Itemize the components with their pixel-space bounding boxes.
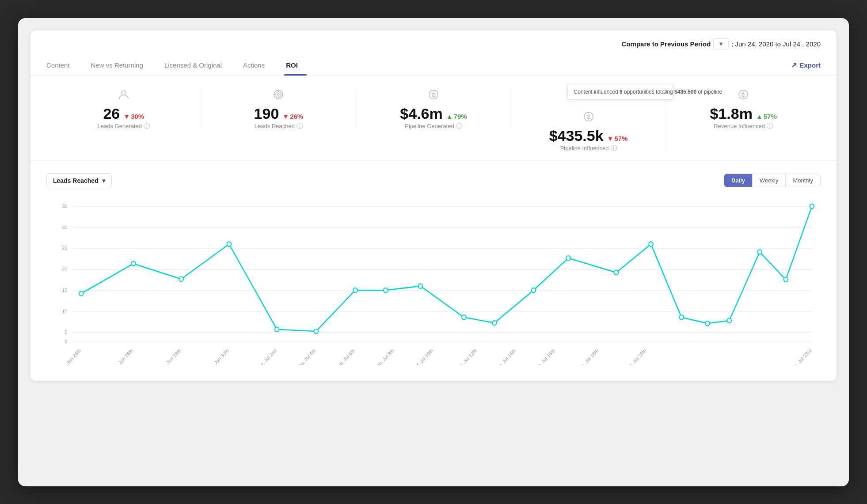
compare-date: : Jun 24, 2020 to Jul 24 , 2020 — [731, 40, 821, 48]
x-label: Sun, Jun 30th — [205, 348, 229, 365]
tab-content[interactable]: Content — [46, 55, 79, 75]
outer-frame: Compare to Previous Period ▼ : Jun 24, 2… — [18, 18, 849, 486]
chart-dot — [275, 327, 279, 332]
pipeline-influenced-value: $435.5k — [549, 128, 604, 143]
dropdown-chevron: ▾ — [102, 177, 105, 184]
svg-text:15: 15 — [62, 287, 67, 292]
metric-leads-reached: 190 ▼ 26% Leads Reached i — [202, 88, 357, 129]
svg-text:20: 20 — [62, 266, 67, 272]
tab-actions[interactable]: Actions — [241, 55, 274, 75]
metric-pipeline-influenced: Content influenced 8 opportunities total… — [511, 88, 666, 152]
time-monthly[interactable]: Monthly — [786, 174, 820, 187]
revenue-influenced-value: $1.8m — [710, 106, 753, 121]
leads-generated-value: 26 — [103, 106, 120, 121]
chart-dot — [705, 321, 710, 326]
time-weekly[interactable]: Weekly — [753, 174, 786, 187]
leads-reached-info[interactable]: i — [297, 123, 303, 129]
x-label: Thu, Jul 4th — [295, 348, 316, 365]
leads-reached-icon — [210, 88, 347, 102]
svg-point-8 — [429, 90, 438, 99]
revenue-influenced-info[interactable]: i — [767, 123, 773, 129]
chart-dot — [314, 329, 318, 333]
svg-text:0: 0 — [65, 339, 67, 344]
svg-text:35: 35 — [62, 203, 67, 208]
dropdown-arrow: ▼ — [718, 41, 724, 47]
metric-leads-generated: 26 ▼ 30% Leads Generated i — [46, 88, 202, 129]
chart-dot — [462, 315, 466, 320]
pipeline-influenced-change: ▼ 57% — [607, 135, 628, 142]
chart-dot — [757, 250, 762, 254]
down-arrow: ▼ — [123, 113, 130, 120]
chart-metric-dropdown[interactable]: Leads Reached ▾ — [46, 173, 112, 188]
tabs-row: Content New vs Returning Licensed & Orig… — [30, 55, 837, 76]
chart-dot — [79, 291, 84, 296]
metrics-row: 26 ▼ 30% Leads Generated i — [30, 76, 837, 161]
up-arrow: ▲ — [756, 113, 763, 120]
svg-point-10 — [739, 90, 748, 99]
pipeline-generated-info[interactable]: i — [456, 123, 462, 129]
main-card: Compare to Previous Period ▼ : Jun 24, 2… — [30, 30, 837, 381]
compare-dropdown[interactable]: ▼ — [713, 38, 729, 49]
top-bar: Compare to Previous Period ▼ : Jun 24, 2… — [30, 30, 837, 55]
leads-generated-change: ▼ 30% — [123, 113, 144, 120]
svg-point-0 — [122, 91, 126, 95]
pipeline-generated-icon — [365, 88, 502, 102]
chart-dot — [679, 315, 684, 320]
x-label: Sat, Jul 6th — [335, 348, 356, 365]
pipeline-tooltip: Content influenced 8 opportunities total… — [567, 84, 673, 100]
svg-text:5: 5 — [65, 329, 67, 334]
chart-dot — [131, 261, 136, 266]
chart-dot — [384, 288, 388, 292]
svg-text:30: 30 — [62, 224, 67, 230]
x-label: Thu, Jul 18th — [576, 348, 599, 365]
chart-dot — [727, 318, 731, 323]
svg-text:25: 25 — [62, 245, 67, 250]
svg-point-9 — [584, 112, 593, 121]
x-label: Wed, Jul 10th — [410, 348, 434, 365]
down-arrow: ▼ — [282, 113, 289, 120]
chart-section: Leads Reached ▾ Daily Weekly Monthly — [30, 161, 837, 381]
chart-dot — [810, 204, 814, 208]
leads-reached-change: ▼ 26% — [282, 113, 303, 120]
x-label: Mon, Jun 24th — [57, 348, 82, 365]
x-label: Sun, Jul 14th — [494, 348, 517, 365]
chart-dot — [353, 288, 357, 292]
compare-label: Compare to Previous Period — [622, 40, 711, 48]
x-label: Sat, Jul 20th — [625, 348, 647, 365]
leads-generated-label: Leads Generated i — [55, 123, 192, 129]
pipeline-generated-change: ▲ 79% — [446, 113, 467, 120]
export-icon: ↗︎ — [791, 61, 797, 69]
pipeline-generated-label: Pipeline Generated i — [365, 123, 502, 129]
chart-dot — [783, 277, 788, 282]
x-label: Fri, Jul 12th — [456, 348, 478, 365]
svg-point-2 — [276, 92, 281, 97]
chart-header: Leads Reached ▾ Daily Weekly Monthly — [46, 173, 821, 188]
chart-dot — [531, 288, 536, 292]
chart-dot — [614, 270, 618, 275]
leads-reached-value: 190 — [254, 106, 279, 121]
export-button[interactable]: ↗︎ Export — [791, 55, 821, 76]
down-arrow: ▼ — [607, 135, 614, 142]
tab-roi[interactable]: ROI — [284, 55, 307, 75]
pipeline-influenced-label: Pipeline Influenced i — [520, 145, 657, 152]
metric-pipeline-generated: $4.6m ▲ 79% Pipeline Generated i — [356, 88, 511, 129]
chart-dot — [566, 256, 570, 261]
pipeline-influenced-info[interactable]: i — [611, 145, 617, 151]
x-label: Fri, Jun 28th — [160, 348, 182, 365]
chart-svg: 35 30 25 20 15 10 5 0 — [46, 197, 821, 365]
leads-generated-icon — [55, 88, 192, 102]
svg-text:10: 10 — [62, 308, 67, 314]
up-arrow: ▲ — [446, 113, 453, 120]
pipeline-influenced-icon — [520, 110, 657, 125]
chart-dot — [649, 242, 653, 246]
tab-new-vs-returning[interactable]: New vs Returning — [89, 55, 152, 75]
chart-line-path — [81, 206, 812, 331]
x-label: Tue, Jul 2nd — [255, 348, 278, 365]
leads-generated-info[interactable]: i — [144, 123, 150, 129]
time-daily[interactable]: Daily — [724, 174, 753, 187]
tab-licensed-original[interactable]: Licensed & Original — [163, 55, 231, 75]
chart-dot — [227, 242, 231, 246]
revenue-influenced-label: Revenue Influenced i — [675, 123, 812, 129]
pipeline-generated-value: $4.6m — [400, 106, 442, 121]
svg-point-3 — [278, 94, 279, 95]
